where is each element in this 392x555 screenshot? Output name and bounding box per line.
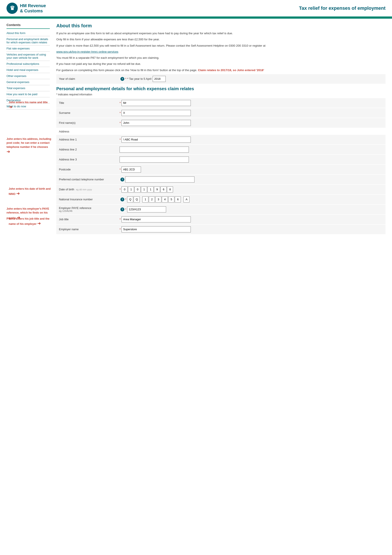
annotation-name-title: John enters his name and title ➜: [9, 100, 52, 110]
ni-help-icon[interactable]: ?: [121, 197, 124, 201]
surname-field-row: Surname *: [56, 108, 385, 118]
personal-section-title: Personal and employment details for whic…: [56, 86, 385, 91]
dob-annotation-wrapper: John enters his date of birth and NINO ➜…: [56, 185, 385, 204]
paye-input[interactable]: [127, 206, 166, 212]
about-section: About this form If you're an employee us…: [56, 23, 385, 84]
year-input[interactable]: [153, 76, 166, 82]
sidebar-item-hotel[interactable]: Hotel and meal expenses: [7, 67, 50, 73]
dob-row: Date of birth eg dd mm yyyy *: [56, 185, 385, 194]
dob-cells: [121, 186, 173, 192]
firstname-input[interactable]: [121, 120, 191, 126]
year-label-text: * Tax year to 5 April: [127, 77, 151, 80]
about-section-title: About this form: [56, 23, 385, 29]
ni-n6[interactable]: [175, 197, 181, 203]
ni-n2[interactable]: [149, 197, 155, 203]
dob-m1[interactable]: [135, 186, 141, 192]
dob-label: Date of birth eg dd mm yyyy: [59, 188, 120, 191]
dob-d2[interactable]: [128, 186, 134, 192]
about-para-3: If your claim is more than £2,500 you wi…: [56, 44, 385, 48]
annotation-job-employer: John enters his job title and the name o…: [9, 217, 52, 226]
about-para-2: Only fill in this form if your allowable…: [56, 37, 385, 42]
sidebar-item-total[interactable]: Total expenses: [7, 85, 50, 91]
ni-n3[interactable]: [155, 197, 161, 203]
annotation-address: John enters his address, including post …: [7, 137, 52, 154]
employer-name-input[interactable]: [121, 226, 191, 232]
dob-y3[interactable]: [160, 186, 167, 192]
ni-cells: [127, 197, 190, 203]
paye-row: Employer PAYE reference eg 123/A246 ? *: [56, 205, 385, 214]
dob-d1[interactable]: [121, 186, 128, 192]
title-field-label: Title: [59, 101, 120, 104]
sidebar-item-personal[interactable]: Personal and employment details for whic…: [7, 36, 50, 45]
surname-input[interactable]: [121, 110, 191, 116]
ni-n5[interactable]: [168, 197, 174, 203]
main-layout: Contents About this form Personal and em…: [0, 19, 392, 239]
about-para-1: If you're an employee use this form to t…: [56, 31, 385, 36]
content-area: About this form If you're an employee us…: [56, 23, 385, 234]
paye-required-star: *: [125, 208, 126, 211]
ni-l1[interactable]: [127, 197, 133, 203]
firstname-field-row: First name(s) *: [56, 118, 385, 128]
sidebar-item-about[interactable]: About this form: [7, 30, 50, 36]
employer-name-label: Employer name: [59, 228, 120, 231]
address3-input[interactable]: [120, 157, 189, 163]
sidebar-heading: Contents: [7, 23, 50, 27]
ni-n4[interactable]: [162, 197, 168, 203]
dob-y4[interactable]: [167, 186, 173, 192]
job-title-input[interactable]: [121, 216, 191, 222]
address2-label: Address line 2: [59, 148, 120, 151]
telephone-input[interactable]: [125, 176, 194, 183]
sidebar-item-professional[interactable]: Professional subscriptions: [7, 61, 50, 67]
address2-input[interactable]: [120, 146, 189, 153]
address3-row: Address line 3: [56, 155, 385, 164]
address1-input[interactable]: [121, 137, 191, 143]
sidebar-item-general[interactable]: General expenses: [7, 79, 50, 85]
title-input[interactable]: [121, 100, 191, 106]
logo-text: HM Revenue & Customs: [20, 3, 46, 14]
dob-m2[interactable]: [141, 186, 147, 192]
address1-required-star: *: [120, 138, 121, 141]
sidebar-item-vehicles[interactable]: Vehicles and expenses of using your own …: [7, 51, 50, 61]
sidebar-item-paid[interactable]: How you want to be paid: [7, 91, 50, 97]
firstname-field-label: First name(s): [59, 121, 120, 124]
postcode-row: Postcode *: [56, 165, 385, 174]
job-title-label: Job title: [59, 218, 120, 221]
sidebar-divider: [7, 28, 50, 29]
title-field-row: Title *: [56, 98, 385, 108]
year-of-claim-row: Year of claim ? * * Tax year to 5 April: [56, 74, 385, 84]
postcode-input[interactable]: [121, 167, 141, 173]
sidebar-item-flatrate[interactable]: Flat rate expenses: [7, 45, 50, 51]
ni-s1[interactable]: [183, 197, 190, 203]
telephone-help-icon[interactable]: ?: [121, 178, 124, 182]
about-para-7: For guidance on completing this form ple…: [56, 68, 385, 73]
paye-annotation-wrapper: John enters his employer's PAYE referenc…: [56, 205, 385, 214]
title-required-star: *: [120, 101, 121, 105]
job-title-row: Job title *: [56, 215, 385, 224]
postcode-required-star: *: [120, 168, 121, 171]
annotation-dob-nino: John enters his date of birth and NINO ➜: [9, 187, 52, 196]
ni-n1[interactable]: [142, 197, 148, 203]
about-link[interactable]: www.gov.uk/log-in-register-hmrc-online-s…: [56, 50, 385, 54]
about-para-6: If you have not paid any tax during the …: [56, 62, 385, 66]
employer-name-required-star: *: [120, 228, 121, 231]
address-header: Address: [56, 128, 385, 135]
postcode-label: Postcode: [59, 168, 120, 171]
ni-label: National Insurance number: [59, 198, 120, 201]
year-required-star: *: [125, 77, 126, 81]
ni-l2[interactable]: [134, 197, 140, 203]
dob-y1[interactable]: [148, 186, 154, 192]
hmrc-crown-icon: ♛: [7, 3, 18, 14]
page-title: Tax relief for expenses of employment: [299, 5, 385, 11]
year-help-icon[interactable]: ?: [121, 77, 124, 81]
address1-row: Address line 1 *: [56, 135, 385, 144]
address1-label: Address line 1: [59, 138, 120, 141]
sidebar-item-other[interactable]: Other expenses: [7, 73, 50, 79]
paye-help-icon[interactable]: ?: [121, 207, 124, 211]
svg-text:♛: ♛: [10, 5, 15, 11]
telephone-label: Preferred contact telephone number: [59, 178, 120, 181]
year-of-claim-label: Year of claim: [59, 77, 120, 80]
dob-y2[interactable]: [154, 186, 160, 192]
firstname-required-star: *: [120, 121, 121, 125]
address3-label: Address line 3: [59, 158, 120, 161]
surname-field-label: Surname: [59, 111, 120, 115]
